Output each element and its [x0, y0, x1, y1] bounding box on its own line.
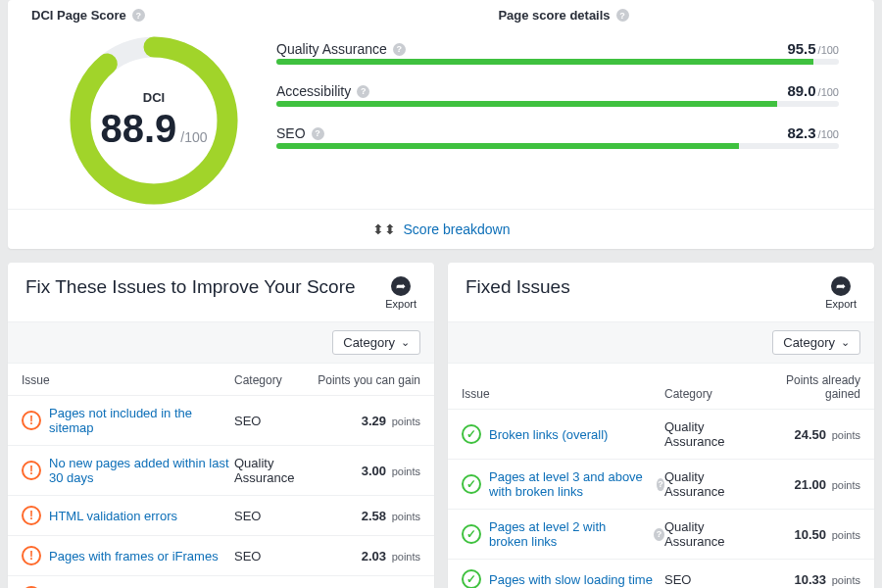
category-filter-button[interactable]: Category⌄	[772, 330, 860, 355]
score-bar: Accessibility ?89.0/100	[276, 82, 839, 107]
issue-points: 24.50 points	[753, 427, 860, 442]
bar-name: Quality Assurance ?	[276, 41, 406, 57]
dci-page-score-title: DCI Page Score ?	[31, 8, 276, 23]
issue-link[interactable]: Pages with slow loading time	[489, 572, 653, 587]
issue-points: 21.00 points	[753, 477, 860, 492]
help-icon[interactable]: ?	[393, 43, 406, 56]
issue-link[interactable]: Pages not included in the sitemap	[49, 406, 234, 435]
issue-link[interactable]: No new pages added within last 30 days	[49, 456, 234, 485]
dci-label: DCI	[143, 90, 165, 105]
help-icon[interactable]: ?	[132, 9, 145, 22]
help-icon[interactable]: ?	[616, 9, 629, 22]
bar-track	[276, 59, 839, 65]
table-row: Pages at level 3 and above with broken l…	[448, 459, 874, 509]
table-row: Low content word countSEO1.98 points	[8, 575, 434, 588]
table-row: Pages at level 2 with broken links ?Qual…	[448, 509, 874, 559]
table-row: Pages not included in the sitemapSEO3.29…	[8, 395, 434, 445]
table-row: Broken links (overall)Quality Assurance2…	[448, 409, 874, 459]
issue-points: 3.29 points	[313, 414, 420, 428]
bar-value: 89.0/100	[787, 82, 839, 99]
chevron-down-icon: ⌄	[841, 336, 850, 349]
issue-points: 2.58 points	[313, 509, 420, 523]
score-breakdown-link[interactable]: Score breakdown	[404, 221, 511, 237]
export-button[interactable]: ➦ Export	[825, 276, 857, 310]
export-button[interactable]: ➦ Export	[385, 276, 416, 310]
issue-category: Quality Assurance	[664, 469, 753, 499]
dci-ring-gauge: DCI 88.9/100	[66, 32, 242, 209]
category-filter-button[interactable]: Category⌄	[332, 330, 420, 355]
fixed-issues-card: Fixed Issues ➦ Export Category⌄ Issue Ca…	[448, 263, 874, 588]
help-icon[interactable]: ?	[657, 478, 664, 491]
issue-category: Quality Assurance	[664, 519, 753, 549]
help-icon[interactable]: ?	[357, 85, 369, 98]
issue-link[interactable]: Broken links (overall)	[489, 427, 608, 442]
issue-category: Quality Assurance	[664, 419, 753, 449]
chevron-down-icon: ⌄	[401, 336, 410, 349]
export-icon: ➦	[831, 276, 851, 296]
help-icon[interactable]: ?	[654, 528, 664, 541]
export-icon: ➦	[391, 276, 411, 296]
alert-icon	[22, 546, 41, 565]
issue-points: 10.50 points	[753, 527, 860, 542]
dci-score-value: 88.9/100	[100, 107, 207, 151]
issue-link[interactable]: Pages at level 2 with broken links	[489, 519, 646, 549]
check-icon	[462, 424, 481, 444]
table-row: Pages with slow loading timeSEO10.33 poi…	[448, 559, 874, 588]
issue-category: SEO	[234, 549, 313, 564]
issue-link[interactable]: Pages with frames or iFrames	[49, 549, 219, 564]
issue-points: 10.33 points	[753, 572, 860, 587]
bar-name: SEO ?	[276, 125, 324, 141]
score-card: DCI Page Score ? DCI 88.9/100	[8, 0, 874, 249]
check-icon	[462, 569, 481, 588]
score-bar: SEO ?82.3/100	[276, 124, 839, 149]
alert-icon	[22, 506, 41, 525]
issue-category: SEO	[234, 509, 313, 523]
bar-name: Accessibility ?	[276, 83, 369, 99]
sitemap-icon: ⬍⬍	[372, 221, 396, 237]
alert-icon	[22, 411, 41, 430]
table-row: No new pages added within last 30 daysQu…	[8, 445, 434, 495]
bar-value: 82.3/100	[787, 124, 839, 141]
score-breakdown-row: ⬍⬍ Score breakdown	[8, 209, 874, 249]
issue-link[interactable]: Pages at level 3 and above with broken l…	[489, 469, 649, 499]
fixed-title: Fixed Issues	[466, 276, 570, 298]
improve-issues-card: Fix These Issues to Improve Your Score ➦…	[8, 263, 434, 588]
bar-track	[276, 143, 839, 149]
bar-value: 95.5/100	[787, 40, 839, 57]
table-row: Pages with frames or iFramesSEO2.03 poin…	[8, 535, 434, 575]
table-row: HTML validation errorsSEO2.58 points	[8, 495, 434, 535]
issue-category: Quality Assurance	[234, 456, 313, 485]
fixed-column-headers: Issue Category Points already gained	[448, 364, 874, 409]
check-icon	[462, 524, 481, 544]
alert-icon	[22, 461, 41, 480]
help-icon[interactable]: ?	[312, 127, 324, 140]
page-score-details-title: Page score details ?	[276, 8, 851, 23]
issue-points: 2.03 points	[313, 549, 420, 564]
score-bar: Quality Assurance ?95.5/100	[276, 40, 839, 65]
improve-title: Fix These Issues to Improve Your Score	[25, 276, 356, 298]
issue-category: SEO	[664, 572, 753, 587]
issue-points: 3.00 points	[313, 464, 420, 478]
check-icon	[462, 474, 481, 494]
bar-track	[276, 101, 839, 107]
improve-column-headers: Issue Category Points you can gain	[8, 364, 434, 395]
issue-category: SEO	[234, 414, 313, 428]
issue-link[interactable]: HTML validation errors	[49, 509, 177, 523]
